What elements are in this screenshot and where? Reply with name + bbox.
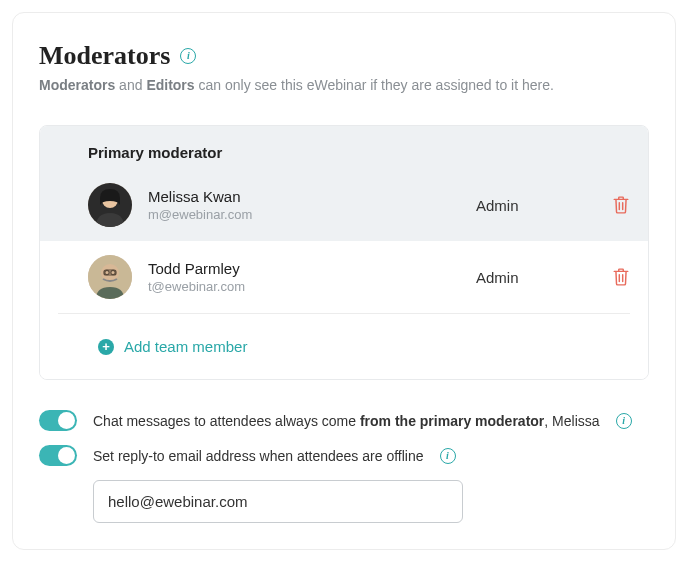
chat-from-primary-label: Chat messages to attendees always come f… [93,413,600,429]
section-subtitle: Moderators and Editors can only see this… [39,77,649,93]
add-team-member-button[interactable]: + Add team member [40,314,648,379]
trash-icon [613,196,629,214]
trash-icon [613,268,629,286]
user-email: m@ewebinar.com [148,207,460,222]
reply-to-label: Set reply-to email address when attendee… [93,448,424,464]
user-name: Todd Parmley [148,260,460,277]
page-title: Moderators [39,41,170,71]
chat-from-primary-toggle-row: Chat messages to attendees always come f… [39,410,649,431]
user-role: Admin [476,197,596,214]
reply-to-email-wrap [93,480,649,523]
user-info: Melissa Kwan m@ewebinar.com [148,188,460,222]
moderators-list: Primary moderator Melissa Kwan m@ewebina… [39,125,649,380]
primary-moderator-label: Primary moderator [40,126,648,169]
user-email: t@ewebinar.com [148,279,460,294]
moderator-row: Melissa Kwan m@ewebinar.com Admin [40,169,648,241]
plus-icon: + [98,339,114,355]
add-team-member-label: Add team member [124,338,247,355]
info-icon[interactable]: i [180,48,196,64]
delete-button[interactable] [612,196,630,214]
chat-from-primary-toggle[interactable] [39,410,77,431]
user-name: Melissa Kwan [148,188,460,205]
delete-button[interactable] [612,268,630,286]
user-info: Todd Parmley t@ewebinar.com [148,260,460,294]
reply-to-email-input[interactable] [93,480,463,523]
section-header: Moderators i [39,41,649,71]
avatar [88,183,132,227]
user-role: Admin [476,269,596,286]
moderators-card: Moderators i Moderators and Editors can … [12,12,676,550]
avatar [88,255,132,299]
moderator-row: Todd Parmley t@ewebinar.com Admin [40,241,648,313]
reply-to-toggle-row: Set reply-to email address when attendee… [39,445,649,466]
info-icon[interactable]: i [616,413,632,429]
info-icon[interactable]: i [440,448,456,464]
reply-to-toggle[interactable] [39,445,77,466]
